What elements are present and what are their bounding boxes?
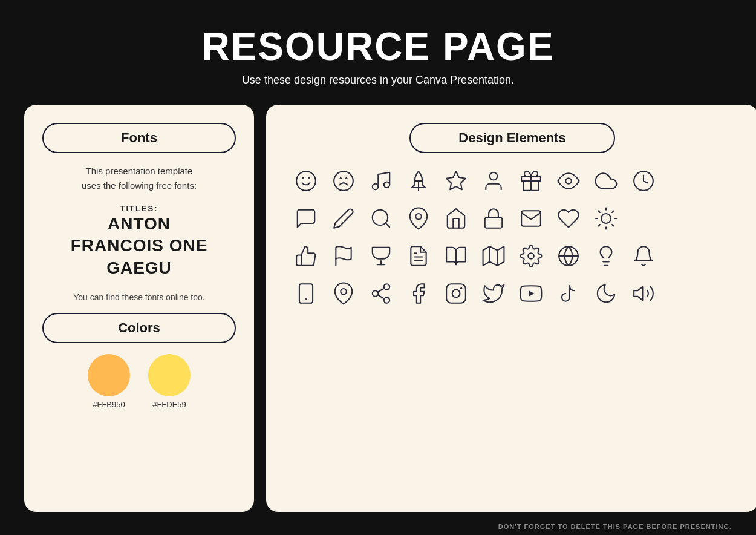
spacer-3 <box>628 203 659 234</box>
svg-line-46 <box>378 295 385 298</box>
svg-rect-18 <box>485 217 503 228</box>
svg-line-16 <box>385 223 389 227</box>
color-swatch-2: #FFDE59 <box>148 354 191 409</box>
svg-line-27 <box>612 211 613 212</box>
music-icon <box>365 165 397 197</box>
main-content: Fonts This presentation template uses th… <box>0 99 756 518</box>
instagram-icon <box>440 278 472 309</box>
trophy-icon <box>365 240 397 272</box>
fonts-panel: Fonts This presentation template uses th… <box>24 105 254 512</box>
mail-icon <box>515 203 547 234</box>
design-elements-panel: Design Elements <box>266 105 756 512</box>
titles-label: TITLES: <box>71 204 208 213</box>
book-icon <box>440 240 472 272</box>
facebook-icon <box>403 278 434 309</box>
chat-icon <box>290 203 322 234</box>
lightbulb-icon <box>590 240 622 272</box>
eye-icon <box>553 165 584 197</box>
font-name-1: ANTON <box>71 213 208 235</box>
svg-point-10 <box>490 172 498 180</box>
moon-icon <box>590 278 622 309</box>
svg-point-35 <box>528 253 534 259</box>
spacer-4 <box>665 203 697 234</box>
page-header: RESOURCE PAGE Use these design resources… <box>201 0 554 99</box>
svg-point-3 <box>334 171 353 191</box>
globe-icon <box>553 240 584 272</box>
heart-icon <box>553 203 584 234</box>
font-names-section: TITLES: ANTON FRANCOIS ONE GAEGU <box>71 204 208 279</box>
icons-grid <box>290 165 734 309</box>
svg-line-23 <box>612 225 613 226</box>
svg-point-44 <box>373 290 379 297</box>
svg-point-43 <box>384 284 390 290</box>
phone-icon <box>290 278 322 309</box>
spacer-7 <box>703 240 734 272</box>
find-fonts-text: You can find these fonts online too. <box>73 292 204 302</box>
font-name-3: GAEGU <box>71 257 208 279</box>
sun-icon <box>590 203 622 234</box>
tiktok-icon <box>553 278 584 309</box>
svg-point-13 <box>565 178 572 184</box>
pencil-icon <box>328 203 359 234</box>
page-title: RESOURCE PAGE <box>201 24 554 69</box>
svg-marker-9 <box>446 171 466 189</box>
sad-icon <box>328 165 359 197</box>
svg-rect-40 <box>299 284 313 303</box>
lock-icon <box>478 203 509 234</box>
cloud-icon <box>590 165 622 197</box>
spacer-6 <box>665 240 697 272</box>
clock-icon <box>628 165 659 197</box>
flag-icon <box>328 240 359 272</box>
star-icon <box>440 165 472 197</box>
font-name-2: FRANCOIS ONE <box>71 235 208 257</box>
svg-line-47 <box>378 288 385 292</box>
bell-icon <box>628 240 659 272</box>
home-icon <box>440 203 472 234</box>
svg-line-22 <box>599 211 600 212</box>
twitter-icon <box>478 278 509 309</box>
svg-point-42 <box>341 289 347 295</box>
spacer-2 <box>703 165 734 197</box>
color-hex-1: #FFB950 <box>93 400 125 409</box>
svg-marker-32 <box>483 246 504 266</box>
svg-point-45 <box>384 297 390 303</box>
document-icon <box>403 240 434 272</box>
color-circle-2 <box>148 354 191 396</box>
spacer-9 <box>703 278 734 309</box>
location-icon <box>328 278 359 309</box>
map-icon <box>478 240 509 272</box>
share-icon <box>365 278 397 309</box>
youtube-icon <box>515 278 547 309</box>
svg-point-17 <box>415 214 422 220</box>
svg-point-0 <box>296 171 316 191</box>
design-elements-label: Design Elements <box>409 123 615 153</box>
fonts-label: Fonts <box>42 123 236 153</box>
svg-point-6 <box>373 184 379 190</box>
thumbsup-icon <box>290 240 322 272</box>
colors-section: Colors #FFB950 #FFDE59 <box>42 313 236 409</box>
color-swatches: #FFB950 #FFDE59 <box>42 354 236 409</box>
footer-note: DON'T FORGET TO DELETE THIS PAGE BEFORE … <box>0 518 756 535</box>
fonts-description: This presentation template uses the foll… <box>82 164 197 193</box>
color-swatch-1: #FFB950 <box>88 354 130 409</box>
colors-label: Colors <box>42 313 236 343</box>
person-icon <box>478 165 509 197</box>
svg-marker-50 <box>529 290 534 297</box>
color-circle-1 <box>88 354 130 396</box>
svg-rect-48 <box>446 284 466 303</box>
spacer-1 <box>665 165 697 197</box>
spacer-8 <box>665 278 697 309</box>
spacer-5 <box>703 203 734 234</box>
gift-icon <box>515 165 547 197</box>
smile-icon <box>290 165 322 197</box>
svg-point-19 <box>601 214 611 223</box>
page-subtitle: Use these design resources in your Canva… <box>201 74 554 87</box>
search-icon <box>365 203 397 234</box>
pin-icon <box>403 203 434 234</box>
svg-line-26 <box>599 225 600 226</box>
color-hex-2: #FFDE59 <box>152 400 186 409</box>
rocket-icon <box>403 165 434 197</box>
settings-icon <box>515 240 547 272</box>
svg-point-7 <box>384 182 390 188</box>
megaphone-icon <box>628 278 659 309</box>
